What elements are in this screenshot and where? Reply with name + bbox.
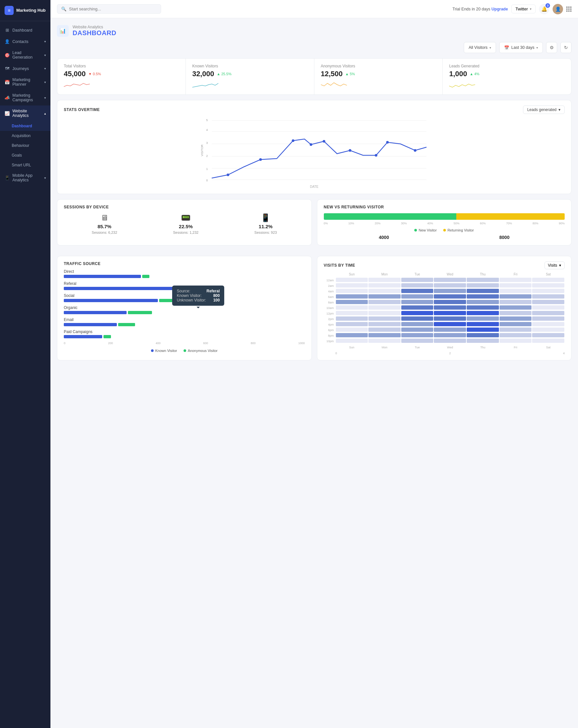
ts-referral-known [64, 287, 179, 290]
visitor-filter-button[interactable]: All Visitors ▾ [464, 42, 496, 53]
heatmap-cell [467, 294, 499, 298]
app-logo[interactable]: ≡ Marketing Hub [0, 0, 50, 21]
tooltip-unknown-label: Unknown Visitor: [177, 298, 206, 303]
nvr-new-legend: New Visitor [414, 228, 437, 232]
total-visitors-change: ▼ 0.5% [88, 72, 101, 76]
apps-grid-icon[interactable] [566, 6, 572, 12]
heatmap-cell [434, 294, 466, 298]
heatmap-cell [336, 339, 368, 343]
ts-organic: Organic [64, 305, 305, 314]
total-visitors-label: Total Visitors [64, 64, 179, 68]
heatmap-cell [467, 283, 499, 287]
ts-direct-anon [142, 275, 149, 278]
sidebar-item-dashboard[interactable]: ⊞ Dashboard [0, 24, 50, 36]
twitter-chevron: ▾ [530, 7, 531, 11]
heatmap-cell [368, 311, 401, 315]
date-filter-button[interactable]: 📅 Last 30 days ▾ [499, 42, 543, 53]
user-avatar[interactable]: 👤 [553, 4, 563, 14]
sidebar-label-journeys: Journeys [12, 67, 29, 71]
search-box[interactable]: 🔍 [57, 4, 161, 14]
ts-email-known [64, 323, 117, 326]
sidebar-sub-item-goals[interactable]: Goals [0, 150, 50, 160]
notif-badge: 3 [546, 3, 550, 8]
mobile-analytics-chevron: ▾ [44, 176, 46, 180]
heatmap-cell [434, 289, 466, 293]
sidebar-item-website-analytics[interactable]: 📈 Website Analytics ▴ [0, 105, 50, 121]
heatmap-time-6: 12pm [324, 311, 336, 316]
heatmap-cell [532, 278, 564, 282]
sidebar-item-marketing-planner[interactable]: 📅 Marketing Planner ▾ [0, 74, 50, 90]
ts-anon-dot [184, 349, 186, 352]
sidebar-item-lead-generation[interactable]: 🎯 Lead Generation ▾ [0, 47, 50, 63]
sidebar-item-mobile-app-analytics[interactable]: 📱 Mobile App Analytics ▾ [0, 170, 50, 186]
sidebar-item-journeys[interactable]: 🗺 Journeys ▾ [0, 63, 50, 74]
sidebar-item-marketing-campaigns[interactable]: 📣 Marketing Campaigns ▾ [0, 90, 50, 105]
heatmap-cell [500, 289, 532, 293]
refresh-button[interactable]: ↻ [560, 42, 572, 53]
heatmap-day-header: Wed [434, 272, 466, 278]
page-header-text: Website Analytics DASHBOARD [73, 25, 116, 37]
sidebar-sub-item-dashboard[interactable]: Dashboard [0, 121, 50, 131]
heatmap-cell [532, 316, 564, 321]
heatmap-cell [401, 333, 434, 337]
mobile-device: 📱 11.2% Sessions: 923 [255, 213, 277, 234]
heatmap: SunMonTueWedThuFriSat12am2am4am6am8am10a… [324, 272, 565, 355]
mobile-icon: 📱 [261, 213, 270, 223]
svg-point-13 [227, 174, 230, 176]
nvr-bar [324, 213, 565, 220]
lead-generation-icon: 🎯 [4, 53, 10, 58]
heatmap-time-1: 2am [324, 283, 336, 288]
visits-header: VISITS BY TIME Visits ▾ [324, 261, 565, 269]
heatmap-cell [467, 305, 499, 310]
heatmap-cell [401, 300, 434, 304]
heatmap-cell [500, 278, 532, 282]
heatmap-cell [532, 300, 564, 304]
twitter-button[interactable]: Twitter ▾ [511, 4, 536, 14]
journeys-icon: 🗺 [4, 66, 10, 71]
svg-point-21 [414, 149, 417, 152]
nvr-returning-dot [443, 229, 446, 232]
svg-point-20 [386, 141, 389, 144]
sidebar-sub-item-behaviour[interactable]: Behaviour [0, 141, 50, 150]
sidebar-sub-item-smart-url[interactable]: Smart URL [0, 160, 50, 170]
sidebar-sub-item-acquisition[interactable]: Acquisition [0, 131, 50, 141]
date-filter-label: Last 30 days [511, 45, 534, 50]
upgrade-link[interactable]: Upgrade [492, 7, 508, 11]
heatmap-cell [434, 333, 466, 337]
heatmap-cell [434, 322, 466, 326]
heatmap-day-bottom: Tue [401, 346, 434, 349]
heatmap-day-bottom: Wed [434, 346, 466, 349]
nvr-bar-new [324, 213, 456, 220]
ts-anon-label: Anonymous Visitor [188, 349, 218, 353]
stats-overtime-select[interactable]: Leads generated ▾ [523, 105, 564, 114]
ts-paid-anon [104, 335, 111, 338]
heatmap-cell [500, 305, 532, 310]
calendar-icon: 📅 [504, 45, 509, 50]
heatmap-cell [336, 316, 368, 321]
sidebar-label-marketing-planner: Marketing Planner [12, 77, 42, 86]
lead-generation-chevron: ▾ [44, 53, 46, 57]
heatmap-cell [500, 322, 532, 326]
heatmap-cell [532, 283, 564, 287]
tablet-sessions: Sessions: 1,232 [173, 231, 199, 234]
search-input[interactable] [69, 6, 157, 11]
heatmap-cell [336, 300, 368, 304]
new-vs-returning-card: NEW VS RETURNING VISITOR 0%10%20%30%40%5… [317, 199, 572, 245]
dashboard-icon: ⊞ [4, 28, 10, 32]
stat-card-leads-generated: Leads Generated 1,000 ▲ 4% [443, 59, 571, 95]
settings-filter-button[interactable]: ⚙ [546, 42, 557, 53]
heatmap-cell [368, 322, 401, 326]
notifications-button[interactable]: 🔔 3 [539, 4, 549, 14]
header-right: Trial Ends in 20 days Upgrade Twitter ▾ … [452, 4, 572, 14]
heatmap-cell [401, 283, 434, 287]
svg-point-18 [349, 149, 351, 152]
marketing-campaigns-icon: 📣 [4, 96, 10, 100]
sidebar-item-contacts[interactable]: 👤 Contacts ▾ [0, 36, 50, 47]
visits-select[interactable]: Visits ▾ [545, 261, 564, 269]
website-analytics-chevron: ▴ [44, 112, 46, 115]
heatmap-cell [467, 316, 499, 321]
heatmap-cell [336, 283, 368, 287]
ts-direct: Direct [64, 269, 305, 278]
heatmap-cell [467, 328, 499, 332]
heatmap-cell [500, 333, 532, 337]
